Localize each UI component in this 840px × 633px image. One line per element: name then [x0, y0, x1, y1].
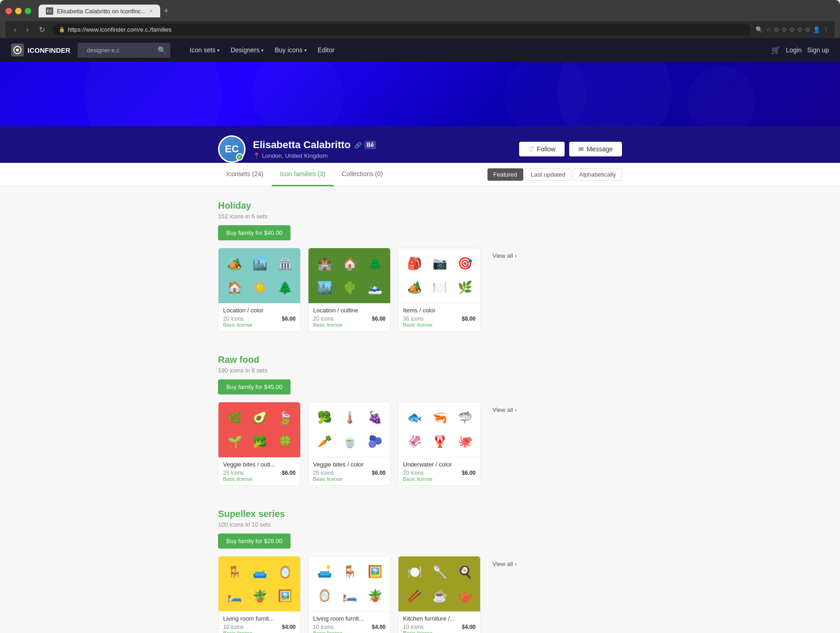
view-all-holiday[interactable]: View all ›: [488, 248, 521, 264]
search-toolbar-icon[interactable]: 🔍: [756, 26, 763, 33]
nav-link-iconsets-arrow: ▾: [217, 48, 219, 53]
profile-name-icons: 🔗 Bē: [354, 141, 376, 149]
iconset-details: 25 icons $6.00: [313, 470, 386, 476]
sort-featured-button[interactable]: Featured: [487, 168, 523, 181]
icon-thumb: 🥑: [248, 407, 272, 429]
nav-link-buyicons[interactable]: Buy icons ▾: [270, 44, 311, 56]
view-all-supellex[interactable]: View all ›: [488, 556, 521, 572]
extension-icon-4[interactable]: ⊙: [797, 26, 802, 33]
sort-lastupdated-button[interactable]: Last updated: [525, 168, 571, 181]
iconset-details: 10 icons $4.00: [403, 624, 476, 630]
iconset-details: 20 icons $6.00: [403, 470, 476, 476]
icon-thumb: 🏰: [313, 253, 336, 275]
view-all-rawfood[interactable]: View all ›: [488, 402, 521, 418]
heart-icon: ♡: [528, 145, 534, 153]
extension-icon-5[interactable]: ⊙: [805, 26, 810, 33]
iconset-card-kitchen[interactable]: 🍽️ 🥄 🍳 🥢 ☕ 🫖 Kitchen furniture /... 10 i…: [398, 556, 481, 633]
close-dot[interactable]: [6, 8, 12, 14]
tab-collections[interactable]: Collections (0): [334, 163, 391, 186]
iconset-card-underwater[interactable]: 🐟 🦐 🦈 🦑 🦞 🐙 Underwater / color 20 icons: [398, 402, 481, 486]
icon-thumb: 🌿: [223, 407, 246, 429]
verified-badge: ✓: [236, 153, 243, 161]
location-icon: 📍: [253, 152, 260, 159]
tab-icon-families[interactable]: Icon families (3): [272, 163, 334, 186]
icon-thumb: 📷: [428, 253, 452, 275]
buy-family-rawfood-button[interactable]: Buy family for $45.00: [218, 379, 291, 394]
iconset-title: Underwater / color: [403, 461, 476, 468]
nav-link-buyicons-arrow: ▾: [304, 48, 307, 53]
icon-thumb: 🐙: [453, 431, 476, 453]
icon-thumb: 🛏️: [223, 585, 246, 607]
icon-thumb: 🛋️: [313, 561, 336, 583]
login-link[interactable]: Login: [786, 46, 801, 54]
iconset-info: Items / color 36 icons $8.00 Basic licen…: [398, 303, 480, 331]
minimize-dot[interactable]: [15, 8, 22, 14]
sort-alphabetically-button[interactable]: Alphabetically: [573, 168, 622, 181]
icon-thumb: 🐟: [403, 407, 426, 429]
iconset-card-items-color[interactable]: 🎒 📷 🎯 🏕️ 🍽️ 🌿 Items / color 36 icons: [398, 248, 481, 332]
nav-link-editor[interactable]: Editor: [313, 44, 339, 56]
tabs-sort: Featured Last updated Alphabetically: [487, 168, 622, 181]
nav-search-input[interactable]: [81, 44, 155, 56]
iconset-count: 25 icons: [313, 470, 334, 476]
reload-button[interactable]: ↻: [36, 24, 48, 35]
message-button[interactable]: ✉ Message: [569, 142, 622, 156]
iconset-title: Veggie bites / outl...: [223, 461, 296, 468]
iconset-card-livingroom2[interactable]: 🛋️ 🪑 🖼️ 🪞 🛏️ 🪴 Living room furnit... 10 …: [308, 556, 391, 633]
cart-icon[interactable]: 🛒: [771, 46, 780, 55]
forward-button[interactable]: ›: [23, 25, 31, 35]
nav-link-iconsets[interactable]: Icon sets ▾: [185, 44, 224, 56]
more-options-icon[interactable]: ⋮: [823, 26, 829, 33]
iconset-details: 36 icons $8.00: [403, 316, 476, 322]
iconset-title: Veggie bites / color: [313, 461, 386, 468]
icon-thumb: 🥦: [248, 431, 272, 453]
profile-behance-icon[interactable]: Bē: [364, 141, 376, 149]
browser-toolbar-icons: 🔍 ☆ ⊙ ⊙ ⊙ ⊙ ⊙ 👤 ⋮: [756, 26, 829, 33]
buy-family-supellex-button[interactable]: Buy family for $28.00: [218, 533, 291, 549]
iconset-license: Basic license: [223, 630, 296, 633]
iconset-count: 10 icons: [403, 624, 424, 630]
profile-icon[interactable]: 👤: [813, 26, 820, 33]
nav-search-icon[interactable]: 🔍: [157, 46, 167, 55]
family-section-rawfood: Raw food 190 icons in 8 sets Buy family …: [218, 355, 622, 486]
extension-icon-2[interactable]: ⊙: [782, 26, 787, 33]
buy-family-holiday-button[interactable]: Buy family for $40.00: [218, 225, 291, 240]
iconset-count: 10 icons: [223, 624, 244, 630]
extension-icon-1[interactable]: ⊙: [774, 26, 779, 33]
family-header-supellex: Supellex series 100 icons in 10 sets Buy…: [218, 509, 622, 549]
iconset-price: $6.00: [282, 470, 296, 476]
iconset-card-location-color[interactable]: 🏕️ 🏙️ 🏛️ 🏠 ☀️ 🌲 Location / color 20 icon…: [218, 248, 301, 332]
iconset-card-veggie-outline[interactable]: 🌿 🥑 🍃 🌱 🥦 🍀 Veggie bites / outl... 25 ic…: [218, 402, 301, 486]
logo-area[interactable]: ICONFINDER: [11, 44, 70, 56]
new-tab-button[interactable]: +: [164, 6, 169, 16]
maximize-dot[interactable]: [25, 8, 31, 14]
icon-thumb: 🏕️: [403, 277, 426, 299]
url-text: https://www.iconfinder.com/e.c./families: [68, 26, 172, 33]
signup-link[interactable]: Sign up: [807, 46, 829, 54]
follow-button[interactable]: ♡ Follow: [519, 142, 565, 156]
icon-thumb: 🪞: [273, 561, 297, 583]
iconset-license: Basic license: [313, 322, 386, 328]
icon-thumb: 🛏️: [338, 585, 362, 607]
family-name-rawfood: Raw food: [218, 355, 622, 365]
view-all-label: View all: [493, 561, 513, 567]
extension-icon-3[interactable]: ⊙: [790, 26, 795, 33]
back-button[interactable]: ‹: [11, 25, 19, 35]
address-bar[interactable]: 🔒 https://www.iconfinder.com/e.c./famili…: [52, 24, 751, 35]
icon-thumb: 🪑: [223, 561, 246, 583]
page: ICONFINDER 🔍 Icon sets ▾ Designers ▾ Buy…: [0, 38, 840, 633]
iconset-card-veggie-color[interactable]: 🥦 🌡️ 🍇 🥕 🍵 🫐 Veggie bites / color 25 ico…: [308, 402, 391, 486]
bookmark-icon[interactable]: ☆: [766, 26, 771, 33]
iconset-price: $6.00: [372, 470, 386, 476]
icon-thumb: 🎯: [453, 253, 476, 275]
browser-tab[interactable]: EC Elisabetta Calabritto on Iconfinc... …: [39, 5, 160, 17]
profile-section: ec ✓ Elisabetta Calabritto 🔗 Bē 📍 London…: [0, 126, 840, 163]
iconset-card-location-outline[interactable]: 🏰 🏠 🌲 🏙️ 🌵 🗻 Location / outline 20 icons: [308, 248, 391, 332]
tab-collections-label: Collections (0): [342, 170, 383, 178]
profile-link-icon[interactable]: 🔗: [354, 142, 362, 149]
iconset-card-livingroom1[interactable]: 🪑 🛋️ 🪞 🛏️ 🪴 🖼️ Living room furnit... 10 …: [218, 556, 301, 633]
nav-link-designers[interactable]: Designers ▾: [226, 44, 268, 56]
tab-close-button[interactable]: ×: [150, 8, 153, 14]
tab-iconsets[interactable]: Iconsets (24): [218, 163, 272, 186]
icon-thumb: 🍳: [453, 561, 476, 583]
